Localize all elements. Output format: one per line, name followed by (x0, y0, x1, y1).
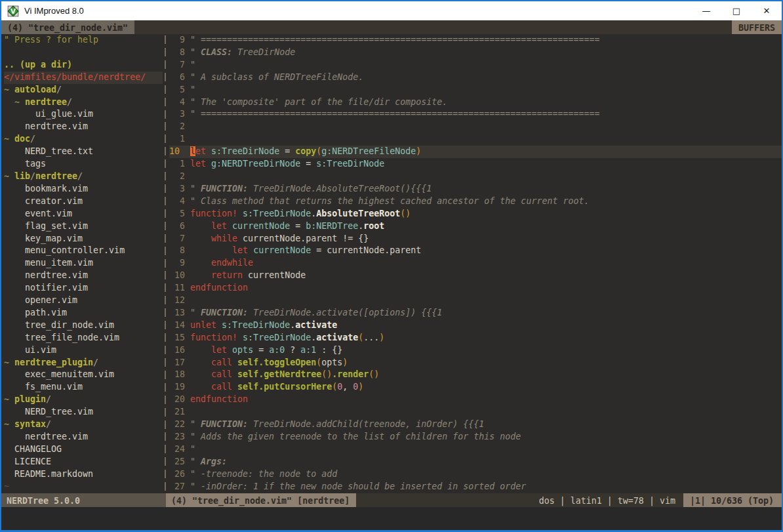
tree-segment: ~ (4, 481, 9, 491)
tree-item[interactable]: exec_menuitem.vim (4, 369, 163, 381)
code-segment (232, 369, 237, 379)
code-segment: a:1 (300, 345, 316, 355)
tree-item[interactable]: nerdtree.vim (4, 431, 163, 443)
code-line[interactable]: 8 let currentNode = currentNode.parent (169, 245, 782, 257)
tree-item[interactable]: creator.vim (4, 195, 163, 208)
tree-item[interactable]: " Press ? for help (4, 34, 163, 47)
tree-item[interactable]: nerdtree.vim (4, 121, 163, 133)
tree-item[interactable]: notifier.vim (4, 282, 163, 295)
tree-item[interactable]: tags (4, 158, 163, 171)
tree-item[interactable]: opener.vim (4, 295, 163, 307)
tree-segment: syntax (14, 419, 46, 429)
tree-item[interactable]: NERD_tree.vim (4, 406, 163, 419)
code-segment: ) (342, 358, 348, 367)
tree-item[interactable] (4, 47, 163, 59)
tree-item[interactable]: bookmark.vim (4, 183, 163, 195)
tree-item[interactable]: CHANGELOG (4, 443, 163, 456)
tree-item[interactable]: key_map.vim (4, 233, 163, 245)
tree-segment: LICENCE (14, 457, 51, 466)
code-line[interactable]: 25 " Args: (169, 456, 782, 468)
tree-item[interactable]: tree_file_node.vim (4, 332, 163, 344)
tree-item[interactable]: </vimfiles/bundle/nerdtree/ (4, 72, 163, 84)
code-line[interactable]: 5 " (169, 84, 782, 96)
tree-item[interactable]: ~ plugin/ (4, 394, 163, 406)
code-line[interactable]: 11 endfunction (169, 282, 782, 295)
close-button[interactable]: ✕ (752, 1, 782, 20)
tree-item[interactable]: ~ syntax/ (4, 419, 163, 431)
code-line[interactable]: 10 return currentNode (169, 270, 782, 282)
code-line[interactable]: 6 " A subclass of NERDTreeFileNode. (169, 72, 782, 84)
tree-segment: ui.vim (25, 345, 56, 355)
code-line[interactable]: 20 endfunction (169, 394, 782, 406)
tree-segment: / (46, 394, 51, 404)
code-line[interactable]: 22 " FUNCTION: TreeDirNode.addChild(tree… (169, 419, 782, 431)
tree-item[interactable]: NERD_tree.txt (4, 146, 163, 158)
tree-item[interactable]: menu_item.vim (4, 257, 163, 270)
line-number: 4 (169, 97, 190, 107)
tab-tree-dir-node[interactable]: (4) "tree_dir_node.vim" (1, 20, 134, 34)
tree-item[interactable]: ~ doc/ (4, 133, 163, 146)
code-segment: ? (285, 345, 300, 355)
code-line[interactable]: 4 " The 'composite' part of the file/dir… (169, 96, 782, 109)
tree-segment (4, 245, 25, 255)
tree-item[interactable]: ui_glue.vim (4, 108, 163, 121)
code-line[interactable]: 18 call self.getNerdtree().render() (169, 369, 782, 381)
code-segment: self.toggleOpen (237, 358, 316, 367)
tree-item[interactable]: README.markdown (4, 468, 163, 481)
tree-item[interactable]: ~ nerdtree/ (4, 96, 163, 109)
code-line[interactable]: 3 " FUNCTION: TreeDirNode.AbsoluteTreeRo… (169, 183, 782, 195)
code-line[interactable]: 26 " -treenode: the node to add (169, 468, 782, 481)
code-line[interactable]: 14 unlet s:TreeDirNode.activate (169, 319, 782, 332)
code-line[interactable]: 7 while currentNode.parent != {} (169, 233, 782, 245)
code-line[interactable]: 19 call self.putCursorHere(0, 0) (169, 381, 782, 394)
code-line[interactable]: 15 function! s:TreeDirNode.activate(...) (169, 332, 782, 344)
tree-segment (4, 369, 25, 379)
tree-item[interactable]: flag_set.vim (4, 220, 163, 233)
code-segment (232, 358, 237, 367)
tree-item[interactable]: ~ nerdtree_plugin/ (4, 357, 163, 369)
minimize-button[interactable]: — (691, 1, 721, 20)
code-line[interactable]: 1 (169, 133, 782, 146)
code-line[interactable]: 3 " ====================================… (169, 108, 782, 121)
maximize-button[interactable]: □ (721, 1, 752, 20)
code-line[interactable]: 12 (169, 295, 782, 307)
code-line[interactable]: 2 (169, 121, 782, 133)
code-line[interactable]: 23 " Adds the given treenode to the list… (169, 431, 782, 443)
code-line[interactable]: 24 " (169, 443, 782, 456)
tree-segment: NERD_tree.txt (25, 146, 93, 156)
tree-item[interactable]: fs_menu.vim (4, 381, 163, 394)
window-separator[interactable] (163, 34, 169, 493)
code-line[interactable]: 7 " (169, 59, 782, 72)
tree-item[interactable]: ~ lib/nerdtree/ (4, 171, 163, 183)
code-line[interactable]: 1 let g:NERDTreeDirNode = s:TreeDirNode (169, 158, 782, 171)
tree-item[interactable]: .. (up a dir) (4, 59, 163, 72)
command-line[interactable] (1, 507, 782, 530)
code-line[interactable]: 8 " CLASS: TreeDirNode (169, 47, 782, 59)
code-line[interactable]: 6 let currentNode = b:NERDTree.root (169, 220, 782, 233)
tree-item[interactable]: path.vim (4, 307, 163, 319)
code-line[interactable]: 21 (169, 406, 782, 419)
code-line[interactable]: 27 " -inOrder: 1 if the new node should … (169, 481, 782, 493)
code-segment: endfunction (190, 394, 248, 404)
code-segment: call (211, 358, 232, 367)
code-line[interactable]: 17 call self.toggleOpen(opts) (169, 357, 782, 369)
code-line[interactable]: 9 endwhile (169, 257, 782, 270)
tree-item[interactable]: ui.vim (4, 344, 163, 357)
tree-item[interactable]: menu_controller.vim (4, 245, 163, 257)
code-line[interactable]: 5 function! s:TreeDirNode.AbsoluteTreeRo… (169, 208, 782, 220)
tree-item[interactable]: nerdtree.vim (4, 270, 163, 282)
tree-segment (4, 283, 25, 293)
code-line[interactable]: 2 (169, 171, 782, 183)
code-line[interactable]: 4 " Class method that returns the highes… (169, 195, 782, 208)
code-line[interactable]: 13 " FUNCTION: TreeDirNode.activate([opt… (169, 307, 782, 319)
buffers-label: BUFFERS (732, 20, 782, 34)
code-line[interactable]: 16 let opts = a:0 ? a:1 : {} (169, 344, 782, 357)
code-line[interactable]: 10 let s:TreeDirNode = copy(g:NERDTreeFi… (169, 146, 782, 158)
tree-item[interactable]: LICENCE (4, 456, 163, 468)
tree-item[interactable]: event.vim (4, 208, 163, 220)
tree-item[interactable]: tree_dir_node.vim (4, 319, 163, 332)
tree-item[interactable]: ~ (4, 481, 163, 493)
code-line[interactable]: 9 " ====================================… (169, 34, 782, 47)
tree-item[interactable]: ~ autoload/ (4, 84, 163, 96)
tree-segment: bookmark.vim (25, 184, 88, 194)
